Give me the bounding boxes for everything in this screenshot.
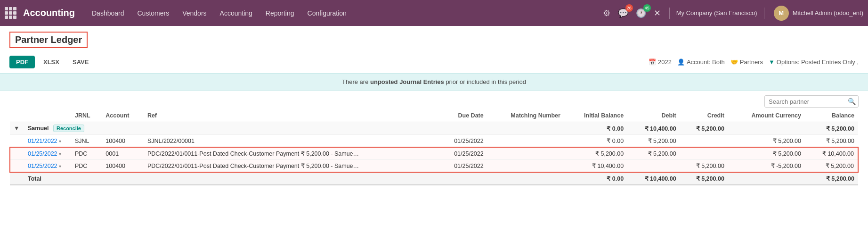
banner-text-before: There are xyxy=(342,78,370,85)
total-balance: ₹ 5,200.00 xyxy=(805,172,858,185)
calendar-icon: 📅 xyxy=(649,58,656,66)
messages-icon[interactable]: 💬 26 xyxy=(616,6,630,20)
group-balance: ₹ 5,200.00 xyxy=(805,122,858,135)
activity-badge: 45 xyxy=(643,4,651,12)
row1-expand xyxy=(10,135,24,148)
options-filter[interactable]: ▼ Options: Posted Entries Only , xyxy=(769,58,859,66)
row3-due-date: 01/25/2022 xyxy=(438,160,487,173)
app-brand: Accounting xyxy=(23,8,75,18)
col-balance: Balance xyxy=(805,109,858,122)
row2-date-chevron: ▾ xyxy=(59,151,61,157)
page-header: Partner Ledger xyxy=(0,26,868,53)
account-icon: 👤 xyxy=(677,58,685,66)
info-banner: There are unposted Journal Entries prior… xyxy=(0,73,868,91)
row3-date-link[interactable]: 01/25/2022 xyxy=(28,163,57,169)
total-row: Total ₹ 0.00 ₹ 10,400.00 ₹ 5,200.00 ₹ 5,… xyxy=(10,172,858,185)
toolbar: PDF XLSX SAVE 📅 2022 👤 Account: Both 🤝 P… xyxy=(0,53,868,73)
total-initial-balance: ₹ 0.00 xyxy=(564,172,627,185)
col-account: Account xyxy=(102,109,144,122)
search-input[interactable] xyxy=(769,98,848,105)
save-button[interactable]: SAVE xyxy=(68,56,93,68)
row1-jrnl: SJNL xyxy=(71,135,102,148)
col-date xyxy=(24,109,71,122)
company-name[interactable]: My Company (San Francisco) xyxy=(676,9,757,17)
row3-expand xyxy=(10,160,24,173)
row2-credit xyxy=(680,147,728,160)
banner-text-after: prior or included in this period xyxy=(444,78,526,85)
col-matching: Matching Number xyxy=(487,109,564,122)
col-amount-currency: Amount Currency xyxy=(728,109,805,122)
user-name: Mitchell Admin (odoo_ent) xyxy=(793,9,863,17)
row1-date-link[interactable]: 01/21/2022 xyxy=(28,138,57,144)
group-debit: ₹ 10,400.00 xyxy=(627,122,680,135)
nav-divider-2 xyxy=(764,8,764,19)
row2-debit: ₹ 5,200.00 xyxy=(627,147,680,160)
search-box[interactable]: 🔍 xyxy=(764,95,859,108)
row2-balance: ₹ 10,400.00 xyxy=(805,147,858,160)
options-label: Options: Posted Entries Only , xyxy=(777,58,859,66)
row1-credit xyxy=(680,135,728,148)
row2-account: 0001 xyxy=(102,147,144,160)
settings-icon[interactable]: ⚙ xyxy=(601,6,612,20)
app-menu-icon[interactable] xyxy=(5,7,16,19)
banner-bold: unposted Journal Entries xyxy=(370,78,444,85)
close-icon[interactable]: ✕ xyxy=(652,6,663,20)
row1-balance: ₹ 5,200.00 xyxy=(805,135,858,148)
row1-ref: SJNL/2022/00001 xyxy=(144,135,438,148)
total-label: Total xyxy=(24,172,564,185)
col-due-date: Due Date xyxy=(438,109,487,122)
row3-ref: PDC/2022/01/0011-Post Dated Check-Custom… xyxy=(144,160,438,173)
row3-matching xyxy=(487,160,564,173)
partners-filter[interactable]: 🤝 Partners xyxy=(730,58,763,66)
group-expand-icon[interactable]: ▼ xyxy=(10,122,24,135)
top-nav: Accounting Dashboard Customers Vendors A… xyxy=(0,0,868,26)
row2-initial-balance: ₹ 5,200.00 xyxy=(564,147,627,160)
total-debit: ₹ 10,400.00 xyxy=(627,172,680,185)
row1-date: 01/21/2022 ▾ xyxy=(24,135,71,148)
nav-accounting[interactable]: Accounting xyxy=(214,6,258,21)
nav-dashboard[interactable]: Dashboard xyxy=(86,6,130,21)
row2-jrnl: PDC xyxy=(71,147,102,160)
table-row: 01/25/2022 ▾ PDC 100400 PDC/2022/01/0011… xyxy=(10,160,858,173)
row2-date: 01/25/2022 ▾ xyxy=(24,147,71,160)
row2-amount-currency: ₹ 5,200.00 xyxy=(728,147,805,160)
message-badge: 26 xyxy=(625,4,633,12)
nav-icons: ⚙ 💬 26 🕐 45 ✕ My Company (San Francisco)… xyxy=(601,6,863,21)
row3-credit: ₹ 5,200.00 xyxy=(680,160,728,173)
row1-date-chevron: ▾ xyxy=(59,139,61,144)
nav-divider xyxy=(669,8,670,19)
col-debit: Debit xyxy=(627,109,680,122)
col-credit: Credit xyxy=(680,109,728,122)
nav-customers[interactable]: Customers xyxy=(132,6,175,21)
row2-ref: PDC/2022/01/0011-Post Dated Check-Custom… xyxy=(144,147,438,160)
total-credit: ₹ 5,200.00 xyxy=(680,172,728,185)
col-expand xyxy=(10,109,24,122)
nav-vendors[interactable]: Vendors xyxy=(177,6,212,21)
col-ref: Ref xyxy=(144,109,438,122)
nav-configuration[interactable]: Configuration xyxy=(302,6,352,21)
activities-icon[interactable]: 🕐 45 xyxy=(634,6,648,20)
search-row: 🔍 xyxy=(0,91,868,109)
nav-reporting[interactable]: Reporting xyxy=(260,6,300,21)
filter-icon: ▼ xyxy=(769,58,775,66)
partners-label: Partners xyxy=(740,58,763,66)
table-container: JRNL Account Ref Due Date Matching Numbe… xyxy=(0,109,868,195)
xlsx-button[interactable]: XLSX xyxy=(39,56,64,68)
ledger-table: JRNL Account Ref Due Date Matching Numbe… xyxy=(9,109,859,185)
table-row: 01/25/2022 ▾ PDC 0001 PDC/2022/01/0011-P… xyxy=(10,147,858,160)
toolbar-filters: 📅 2022 👤 Account: Both 🤝 Partners ▼ Opti… xyxy=(649,58,859,66)
year-filter[interactable]: 📅 2022 xyxy=(649,58,672,66)
row1-due-date: 01/25/2022 xyxy=(438,135,487,148)
reconcile-button[interactable]: Reconcile xyxy=(53,125,84,132)
group-initial-balance: ₹ 0.00 xyxy=(564,122,627,135)
row1-debit: ₹ 5,200.00 xyxy=(627,135,680,148)
pdf-button[interactable]: PDF xyxy=(9,56,35,68)
account-filter[interactable]: 👤 Account: Both xyxy=(677,58,725,66)
row3-debit xyxy=(627,160,680,173)
group-name: Samuel xyxy=(28,125,49,132)
row3-date-chevron: ▾ xyxy=(59,164,61,169)
total-amount-currency xyxy=(728,172,805,185)
row3-date: 01/25/2022 ▾ xyxy=(24,160,71,173)
row2-date-link[interactable]: 01/25/2022 xyxy=(28,150,57,157)
group-amount-currency xyxy=(728,122,805,135)
